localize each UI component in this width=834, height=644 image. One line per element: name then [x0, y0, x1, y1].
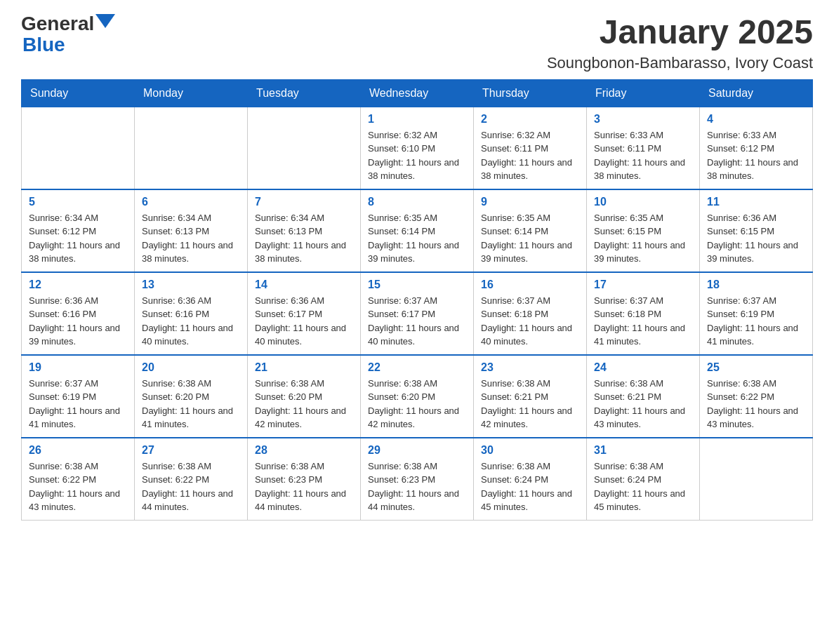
- day-number: 20: [142, 361, 240, 374]
- day-info: Sunrise: 6:34 AM Sunset: 6:13 PM Dayligh…: [142, 211, 240, 266]
- calendar-cell: 8Sunrise: 6:35 AM Sunset: 6:14 PM Daylig…: [361, 189, 474, 272]
- calendar-cell: 10Sunrise: 6:35 AM Sunset: 6:15 PM Dayli…: [587, 189, 700, 272]
- day-info: Sunrise: 6:37 AM Sunset: 6:18 PM Dayligh…: [594, 294, 692, 349]
- day-number: 27: [142, 444, 240, 457]
- day-info: Sunrise: 6:36 AM Sunset: 6:16 PM Dayligh…: [29, 294, 127, 349]
- day-number: 4: [707, 113, 805, 126]
- calendar-cell: 16Sunrise: 6:37 AM Sunset: 6:18 PM Dayli…: [474, 272, 587, 355]
- day-info: Sunrise: 6:38 AM Sunset: 6:20 PM Dayligh…: [142, 377, 240, 431]
- logo-blue-text: Blue: [22, 34, 65, 56]
- calendar-cell: 11Sunrise: 6:36 AM Sunset: 6:15 PM Dayli…: [700, 189, 813, 272]
- calendar-cell: 4Sunrise: 6:33 AM Sunset: 6:12 PM Daylig…: [700, 107, 813, 189]
- day-number: 29: [368, 444, 466, 457]
- day-number: 1: [368, 113, 466, 126]
- calendar-cell: 17Sunrise: 6:37 AM Sunset: 6:18 PM Dayli…: [587, 272, 700, 355]
- day-number: 14: [255, 279, 353, 291]
- day-number: 6: [142, 196, 240, 208]
- calendar-cell: 5Sunrise: 6:34 AM Sunset: 6:12 PM Daylig…: [22, 189, 135, 272]
- calendar-cell: 3Sunrise: 6:33 AM Sunset: 6:11 PM Daylig…: [587, 107, 700, 189]
- calendar-cell: 14Sunrise: 6:36 AM Sunset: 6:17 PM Dayli…: [248, 272, 361, 355]
- day-info: Sunrise: 6:37 AM Sunset: 6:19 PM Dayligh…: [29, 377, 127, 431]
- day-header-saturday: Saturday: [700, 79, 813, 107]
- calendar-cell: 31Sunrise: 6:38 AM Sunset: 6:24 PM Dayli…: [587, 438, 700, 521]
- calendar-cell: [135, 107, 248, 189]
- day-info: Sunrise: 6:38 AM Sunset: 6:22 PM Dayligh…: [29, 459, 127, 514]
- day-info: Sunrise: 6:38 AM Sunset: 6:23 PM Dayligh…: [255, 459, 353, 514]
- calendar-week-3: 12Sunrise: 6:36 AM Sunset: 6:16 PM Dayli…: [22, 272, 813, 355]
- calendar-subtitle: Soungbonon-Bambarasso, Ivory Coast: [547, 54, 813, 72]
- day-number: 15: [368, 279, 466, 291]
- calendar-cell: 12Sunrise: 6:36 AM Sunset: 6:16 PM Dayli…: [22, 272, 135, 355]
- calendar-table: SundayMondayTuesdayWednesdayThursdayFrid…: [21, 79, 813, 521]
- day-info: Sunrise: 6:35 AM Sunset: 6:14 PM Dayligh…: [481, 211, 579, 266]
- day-number: 5: [29, 196, 127, 208]
- day-info: Sunrise: 6:38 AM Sunset: 6:24 PM Dayligh…: [481, 459, 579, 514]
- day-number: 3: [594, 113, 692, 126]
- calendar-cell: 15Sunrise: 6:37 AM Sunset: 6:17 PM Dayli…: [361, 272, 474, 355]
- calendar-cell: 29Sunrise: 6:38 AM Sunset: 6:23 PM Dayli…: [361, 438, 474, 521]
- day-info: Sunrise: 6:34 AM Sunset: 6:12 PM Dayligh…: [29, 211, 127, 266]
- calendar-cell: 20Sunrise: 6:38 AM Sunset: 6:20 PM Dayli…: [135, 355, 248, 438]
- day-info: Sunrise: 6:34 AM Sunset: 6:13 PM Dayligh…: [255, 211, 353, 266]
- day-number: 16: [481, 279, 579, 291]
- calendar-cell: 9Sunrise: 6:35 AM Sunset: 6:14 PM Daylig…: [474, 189, 587, 272]
- calendar-cell: 27Sunrise: 6:38 AM Sunset: 6:22 PM Dayli…: [135, 438, 248, 521]
- day-info: Sunrise: 6:32 AM Sunset: 6:11 PM Dayligh…: [481, 128, 579, 183]
- calendar-cell: 28Sunrise: 6:38 AM Sunset: 6:23 PM Dayli…: [248, 438, 361, 521]
- day-number: 24: [594, 361, 692, 374]
- calendar-cell: 18Sunrise: 6:37 AM Sunset: 6:19 PM Dayli…: [700, 272, 813, 355]
- day-info: Sunrise: 6:35 AM Sunset: 6:15 PM Dayligh…: [594, 211, 692, 266]
- day-info: Sunrise: 6:38 AM Sunset: 6:20 PM Dayligh…: [368, 377, 466, 431]
- day-number: 21: [255, 361, 353, 374]
- day-info: Sunrise: 6:35 AM Sunset: 6:14 PM Dayligh…: [368, 211, 466, 266]
- day-info: Sunrise: 6:38 AM Sunset: 6:21 PM Dayligh…: [481, 377, 579, 431]
- calendar-week-2: 5Sunrise: 6:34 AM Sunset: 6:12 PM Daylig…: [22, 189, 813, 272]
- calendar-cell: 7Sunrise: 6:34 AM Sunset: 6:13 PM Daylig…: [248, 189, 361, 272]
- day-number: 28: [255, 444, 353, 457]
- calendar-cell: 21Sunrise: 6:38 AM Sunset: 6:20 PM Dayli…: [248, 355, 361, 438]
- day-number: 9: [481, 196, 579, 208]
- day-number: 8: [368, 196, 466, 208]
- day-header-row: SundayMondayTuesdayWednesdayThursdayFrid…: [22, 79, 813, 107]
- day-number: 30: [481, 444, 579, 457]
- calendar-cell: 6Sunrise: 6:34 AM Sunset: 6:13 PM Daylig…: [135, 189, 248, 272]
- day-info: Sunrise: 6:38 AM Sunset: 6:23 PM Dayligh…: [368, 459, 466, 514]
- day-number: 18: [707, 279, 805, 291]
- day-header-wednesday: Wednesday: [361, 79, 474, 107]
- calendar-cell: [248, 107, 361, 189]
- calendar-cell: 22Sunrise: 6:38 AM Sunset: 6:20 PM Dayli…: [361, 355, 474, 438]
- day-info: Sunrise: 6:38 AM Sunset: 6:21 PM Dayligh…: [594, 377, 692, 431]
- day-info: Sunrise: 6:38 AM Sunset: 6:22 PM Dayligh…: [142, 459, 240, 514]
- calendar-cell: 1Sunrise: 6:32 AM Sunset: 6:10 PM Daylig…: [361, 107, 474, 189]
- calendar-week-5: 26Sunrise: 6:38 AM Sunset: 6:22 PM Dayli…: [22, 438, 813, 521]
- day-number: 25: [707, 361, 805, 374]
- day-header-friday: Friday: [587, 79, 700, 107]
- day-number: 11: [707, 196, 805, 208]
- logo: General Blue: [21, 14, 115, 56]
- day-header-tuesday: Tuesday: [248, 79, 361, 107]
- page-header: General Blue January 2025 Soungbonon-Bam…: [21, 14, 813, 72]
- day-number: 17: [594, 279, 692, 291]
- day-number: 26: [29, 444, 127, 457]
- day-info: Sunrise: 6:36 AM Sunset: 6:15 PM Dayligh…: [707, 211, 805, 266]
- calendar-cell: 25Sunrise: 6:38 AM Sunset: 6:22 PM Dayli…: [700, 355, 813, 438]
- calendar-body: 1Sunrise: 6:32 AM Sunset: 6:10 PM Daylig…: [22, 107, 813, 520]
- calendar-cell: 13Sunrise: 6:36 AM Sunset: 6:16 PM Dayli…: [135, 272, 248, 355]
- calendar-cell: 23Sunrise: 6:38 AM Sunset: 6:21 PM Dayli…: [474, 355, 587, 438]
- day-number: 7: [255, 196, 353, 208]
- day-number: 10: [594, 196, 692, 208]
- day-number: 19: [29, 361, 127, 374]
- day-info: Sunrise: 6:37 AM Sunset: 6:19 PM Dayligh…: [707, 294, 805, 349]
- calendar-cell: 2Sunrise: 6:32 AM Sunset: 6:11 PM Daylig…: [474, 107, 587, 189]
- day-number: 2: [481, 113, 579, 126]
- calendar-cell: 19Sunrise: 6:37 AM Sunset: 6:19 PM Dayli…: [22, 355, 135, 438]
- day-header-sunday: Sunday: [22, 79, 135, 107]
- calendar-cell: 24Sunrise: 6:38 AM Sunset: 6:21 PM Dayli…: [587, 355, 700, 438]
- calendar-header: SundayMondayTuesdayWednesdayThursdayFrid…: [22, 79, 813, 107]
- title-block: January 2025 Soungbonon-Bambarasso, Ivor…: [547, 14, 813, 72]
- calendar-cell: [700, 438, 813, 521]
- day-info: Sunrise: 6:33 AM Sunset: 6:11 PM Dayligh…: [594, 128, 692, 183]
- logo-triangle-icon: [95, 14, 115, 28]
- calendar-cell: [22, 107, 135, 189]
- day-info: Sunrise: 6:38 AM Sunset: 6:24 PM Dayligh…: [594, 459, 692, 514]
